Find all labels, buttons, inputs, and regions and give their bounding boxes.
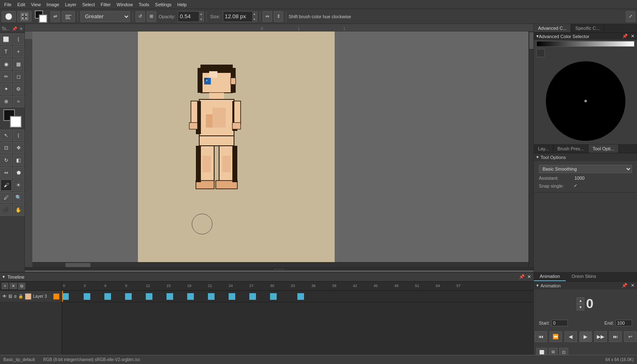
expand-btn[interactable]: ⤢ [626, 11, 635, 22]
brush-pattern-btn[interactable] [17, 11, 31, 22]
tool-options-btn[interactable] [62, 11, 75, 22]
scrollbar-vertical[interactable] [528, 31, 533, 267]
opacity-up[interactable]: ▲ [199, 11, 203, 17]
heal-tool[interactable]: + [13, 46, 24, 58]
color-wheel[interactable] [544, 60, 627, 142]
restore-colors-btn[interactable]: ⇌ [51, 11, 60, 22]
rotate-tool[interactable]: ↻ [0, 154, 12, 166]
size-spinbox[interactable]: ▲ ▼ [223, 11, 257, 22]
size-down[interactable]: ▼ [252, 17, 257, 22]
brush-preview-btn[interactable] [2, 11, 16, 22]
tab-animation[interactable]: Animation [534, 272, 566, 281]
timeline-frames[interactable]: 0 3 6 9 12 15 18 21 24 27 30 33 36 39 [62, 282, 533, 355]
keyframe-24[interactable] [229, 293, 235, 300]
tab-specific-color[interactable]: Specific C... [571, 24, 604, 32]
end-input[interactable] [615, 320, 632, 326]
opacity-options-btn[interactable]: ⊞ [147, 11, 156, 22]
bucket-fill-tool[interactable]: ◉ [0, 58, 12, 70]
keyframe-15[interactable] [166, 293, 173, 300]
menu-settings[interactable]: Settings [152, 1, 174, 8]
menu-file[interactable]: File [2, 1, 14, 8]
tab-onion-skins[interactable]: Onion Skins [566, 272, 602, 281]
prev-btn[interactable]: ◀ [565, 331, 577, 342]
free-select-tool[interactable]: ⟨ [13, 130, 24, 141]
start-input[interactable] [551, 320, 568, 326]
frame-row[interactable] [62, 291, 533, 302]
anim-close-btn[interactable]: ✕ [631, 283, 635, 288]
opacity-spinbox[interactable]: ▲ ▼ [178, 11, 204, 22]
text-tool[interactable]: T [0, 46, 12, 58]
crop-tool[interactable]: ⊡ [0, 142, 12, 154]
keyframe-6[interactable] [104, 293, 111, 300]
keyframe-12[interactable] [146, 293, 152, 300]
arrow-select-tool[interactable]: ⬟ [13, 167, 24, 178]
pencil-tool[interactable]: ✏ [0, 71, 12, 82]
timeline-add-layer-btn[interactable]: + [2, 283, 8, 289]
tab-advanced-color[interactable]: Advanced C... [534, 24, 571, 32]
frame-counter-down[interactable]: ▼ [577, 304, 584, 311]
menu-edit[interactable]: Edit [15, 1, 28, 8]
prev-frame-btn[interactable]: ⏪ [550, 331, 562, 342]
background-swatch[interactable] [10, 116, 22, 128]
drawing-canvas[interactable] [138, 31, 335, 267]
color-close-btn[interactable]: ✕ [631, 34, 635, 39]
skip-to-end-btn[interactable]: ⏭ [609, 331, 622, 342]
anim-pin-btn[interactable]: 📌 [622, 283, 627, 288]
airbrush-tool[interactable]: ✦ [0, 83, 12, 95]
tab-layers[interactable]: Lay... [534, 145, 553, 153]
scrollbar-thumb-v[interactable] [529, 32, 533, 49]
keyframe-3[interactable] [84, 293, 90, 300]
dodge-tool[interactable]: ☀ [13, 179, 24, 191]
tab-tool-options[interactable]: Tool Opti... [589, 145, 619, 153]
guides-tool[interactable]: ⬛ [0, 204, 12, 216]
size-up[interactable]: ▲ [252, 11, 257, 17]
canvas-resize-handle[interactable]: • • • • • [25, 267, 533, 270]
script-tool[interactable]: ⚙ [13, 83, 24, 95]
anim-section-header[interactable]: ▾ Animation 📌 ✕ [534, 282, 637, 289]
timeline-collapse[interactable]: ▾ [2, 274, 5, 280]
timeline-dup-btn[interactable]: ⧉ [18, 283, 25, 289]
opacity-down[interactable]: ▼ [199, 17, 203, 22]
toolbox-anchor[interactable]: 📌 [12, 27, 17, 31]
select-rect-tool[interactable]: ⬜ [0, 34, 12, 45]
scrollbar-horizontal[interactable] [32, 262, 528, 267]
skip-to-start-btn[interactable]: ⏮ [535, 331, 547, 342]
menu-select[interactable]: Select [80, 1, 97, 8]
layer-visibility-icon[interactable]: 👁 [2, 294, 7, 299]
canvas-viewport[interactable] [32, 31, 533, 267]
flip-tool[interactable]: ⇔ [0, 167, 12, 178]
perspective-tool[interactable]: ◧ [13, 154, 24, 166]
reset-opacity-btn[interactable]: ↺ [135, 11, 145, 22]
menu-image[interactable]: Image [44, 1, 62, 8]
size-input[interactable] [223, 12, 252, 20]
keyframe-33[interactable] [297, 293, 304, 300]
brush-mode-select[interactable]: Greater [80, 11, 130, 22]
layer-link-icon[interactable]: ⛓ [8, 294, 12, 299]
color-pin-btn[interactable]: 📌 [622, 34, 628, 39]
layer-alpha-icon[interactable]: α [14, 294, 17, 299]
menu-window[interactable]: Window [114, 1, 135, 8]
menu-view[interactable]: View [29, 1, 43, 8]
keyframe-27[interactable] [249, 293, 256, 300]
move-tool[interactable]: ✥ [13, 142, 24, 154]
menu-help[interactable]: Help [175, 1, 189, 8]
keyframe-21[interactable] [208, 293, 215, 300]
play-btn[interactable]: ▶ [579, 331, 592, 342]
zoom-tool[interactable]: 🔍 [13, 192, 24, 203]
color-gradient-bar[interactable] [536, 41, 635, 47]
frame-counter-up[interactable]: ▲ [577, 297, 584, 304]
timeline-delete-btn[interactable]: ✕ [10, 283, 17, 289]
keyframe-9[interactable] [125, 293, 132, 300]
timeline-anchor-btn[interactable]: 📌 [519, 274, 525, 280]
paint-tool[interactable]: 🖌 [0, 179, 12, 191]
menu-tools[interactable]: Tools [136, 1, 152, 8]
colorpick-tool[interactable]: 🖊 [0, 192, 12, 203]
next-btn[interactable]: ▶▶ [594, 331, 607, 342]
menu-filter[interactable]: Filter [98, 1, 113, 8]
layer-lock-icon[interactable]: 🔒 [18, 294, 23, 299]
hand-tool[interactable]: ✋ [13, 204, 24, 216]
smudge-tool[interactable]: ≈ [13, 96, 24, 107]
flip-v-btn[interactable]: ⇕ [274, 11, 283, 22]
keyframe-18[interactable] [187, 293, 194, 300]
select-fuzzy-tool[interactable]: ⟨ [13, 34, 24, 45]
